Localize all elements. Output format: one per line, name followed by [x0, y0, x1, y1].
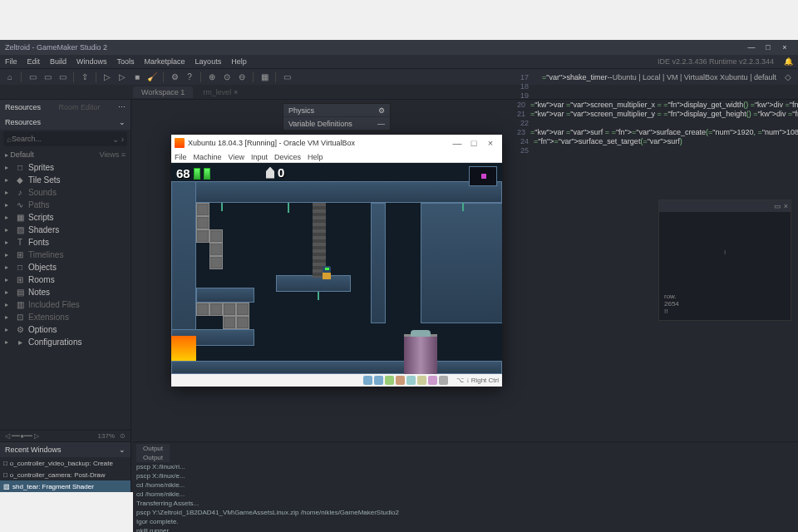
export-icon[interactable]: ⇪ — [78, 71, 91, 84]
zoom-out-icon[interactable]: ⊖ — [235, 71, 249, 84]
recent-collapse-icon[interactable]: ⌄ — [119, 446, 126, 454]
game-options-icon[interactable]: ⚙ — [168, 71, 181, 84]
menu-tools[interactable]: Tools — [112, 57, 140, 66]
tab-close-icon[interactable]: × — [234, 88, 238, 96]
tree-tile-sets[interactable]: ▸◆Tile Sets — [0, 174, 131, 186]
search-clear-icon[interactable]: ⌄ — [112, 135, 119, 144]
terminal-body[interactable]: I row. 2654 !! — [659, 212, 791, 259]
vm-menubar: File Machine View Input Devices Help — [171, 151, 502, 163]
tree-timelines[interactable]: ▸⊞Timelines — [0, 249, 131, 261]
physics-panel: Physics ⚙ Variable Definitions — — [283, 103, 391, 131]
recent-item[interactable]: □o_controller_video_backup: Create — [0, 457, 131, 469]
minimize-button[interactable]: — — [743, 43, 760, 52]
vm-minimize-button[interactable]: — — [449, 138, 466, 148]
menu-windows[interactable]: Windows — [71, 57, 112, 66]
vm-disc-icon — [374, 376, 383, 385]
tree-notes[interactable]: ▸▤Notes — [0, 286, 131, 298]
resources-header-top: Resources Room Editor ⋯ — [0, 100, 131, 115]
maximize-button[interactable]: □ — [760, 43, 776, 52]
gear-icon[interactable]: ⚙ — [378, 106, 385, 115]
vm-menu-devices[interactable]: Devices — [274, 153, 301, 161]
vm-menu-view[interactable]: View — [229, 153, 244, 161]
code-line[interactable]: 24="fn">="var">surface_set_target(="var"… — [517, 137, 791, 146]
tree-included-files[interactable]: ▸▥Included Files — [0, 298, 131, 311]
tree-sounds[interactable]: ▸♪Sounds — [0, 186, 131, 199]
tree-shaders[interactable]: ▸▨Shaders — [0, 224, 131, 236]
tab-rm-level[interactable]: rm_level × — [195, 86, 246, 98]
notification-icon[interactable]: 🔔 — [779, 57, 798, 66]
code-line[interactable]: 25 — [517, 146, 791, 155]
output-subtab[interactable]: Output — [136, 453, 170, 462]
tree-sprites[interactable]: ▸□Sprites — [0, 161, 131, 174]
tree-objects[interactable]: ▸□Objects — [0, 261, 131, 273]
recent-item[interactable]: ▨shd_tear: Fragment Shader — [0, 480, 131, 492]
tree-extensions[interactable]: ▸⊡Extensions — [0, 311, 131, 323]
tree-fonts[interactable]: ▸TFonts — [0, 236, 131, 249]
debug-icon[interactable]: ▷ — [116, 71, 129, 84]
search-input[interactable] — [12, 135, 112, 143]
laptop-icon[interactable]: ▭ — [280, 71, 293, 84]
stop-icon[interactable]: ■ — [131, 71, 144, 84]
menu-build[interactable]: Build — [45, 57, 71, 66]
clean-icon[interactable]: 🧹 — [145, 71, 159, 84]
code-editor[interactable]: 17 ="var">shake_timer--181920="kw">var =… — [517, 73, 791, 198]
vm-titlebar[interactable]: Xubuntu 18.04.3 [Running] - Oracle VM Vi… — [171, 135, 502, 151]
code-line[interactable]: 19 — [517, 91, 791, 101]
tree-paths[interactable]: ▸∿Paths — [0, 199, 131, 211]
default-row: ▸ Default Views ≡ — [0, 148, 131, 161]
menu-marketplace[interactable]: Marketplace — [140, 57, 190, 66]
panel-more-icon[interactable]: ⋯ — [118, 103, 126, 111]
help-icon[interactable]: ? — [183, 71, 196, 84]
zoom-in-icon[interactable]: ⊕ — [205, 71, 219, 84]
game-viewport[interactable]: 68 0 — [171, 163, 502, 374]
code-line[interactable]: 17 ="var">shake_timer-- — [517, 73, 791, 82]
new-icon[interactable]: ▭ — [26, 71, 39, 84]
left-panel: Resources Room Editor ⋯ Resources ⌄ ⌕ ⌄ … — [0, 100, 131, 492]
home-icon[interactable]: ⌂ — [3, 71, 17, 84]
zoom-row: ◁ ━━●━━ ▷ 137% ⊙ — [0, 430, 131, 441]
close-button[interactable]: × — [776, 43, 793, 52]
search-row[interactable]: ⌕ ⌄ › — [3, 131, 127, 146]
code-line[interactable]: 18 — [517, 82, 791, 91]
term-close-icon[interactable]: × — [784, 202, 788, 210]
tree-rooms[interactable]: ▸⊞Rooms — [0, 273, 131, 286]
vm-menu-help[interactable]: Help — [308, 153, 323, 161]
run-icon[interactable]: ▷ — [101, 71, 114, 84]
vm-menu-input[interactable]: Input — [251, 153, 268, 161]
menu-file[interactable]: File — [0, 57, 22, 66]
physics-header[interactable]: Physics ⚙ — [283, 104, 390, 117]
tree-configurations[interactable]: ▸▸Configurations — [0, 336, 131, 348]
menu-edit[interactable]: Edit — [22, 57, 46, 66]
tab-workspace1[interactable]: Workspace 1 — [133, 86, 193, 98]
vm-menu-file[interactable]: File — [175, 153, 187, 161]
code-line[interactable]: 20="kw">var ="var">screen_multiplier_x =… — [517, 101, 791, 110]
open-icon[interactable]: ▭ — [41, 71, 54, 84]
vm-menu-machine[interactable]: Machine — [194, 153, 222, 161]
vm-close-button[interactable]: × — [482, 138, 499, 148]
output-tab[interactable]: Output — [136, 444, 170, 453]
term-dock-icon[interactable]: ▭ — [774, 202, 781, 210]
code-line[interactable]: 23="kw">var ="var">surf = ="fn">="var">s… — [517, 128, 791, 137]
variable-definitions-button[interactable]: Variable Definitions — — [283, 117, 390, 131]
output-line: pscp X:/linux/e... — [136, 471, 795, 480]
output-text[interactable]: pscp X:/linux/ri...pscp X:/linux/e...cd … — [136, 462, 795, 532]
code-line[interactable]: 21="kw">var ="var">screen_multiplier_y =… — [517, 110, 791, 119]
collapse-icon[interactable]: ⌄ — [119, 118, 126, 126]
room-editor-tab[interactable]: Room Editor — [59, 103, 101, 111]
vm-title: Xubuntu 18.04.3 [Running] - Oracle VM Vi… — [188, 139, 449, 147]
menu-help[interactable]: Help — [226, 57, 252, 66]
zoom-reset2-icon[interactable]: ⊙ — [120, 432, 126, 440]
save-icon[interactable]: ▭ — [56, 71, 69, 84]
recent-item[interactable]: □o_controller_camera: Post-Draw — [0, 469, 131, 480]
zoom-reset-icon[interactable]: ⊙ — [220, 71, 234, 84]
docking-icon[interactable]: ▦ — [258, 71, 271, 84]
vm-hostkey: Right Ctrl — [471, 377, 499, 384]
search-expand-icon[interactable]: › — [121, 135, 124, 144]
resources-header: Resources ⌄ — [0, 115, 131, 130]
output-line: cd /home/nikle... — [136, 490, 795, 499]
tree-scripts[interactable]: ▸▦Scripts — [0, 211, 131, 224]
code-line[interactable]: 22 — [517, 119, 791, 128]
tree-options[interactable]: ▸⚙Options — [0, 323, 131, 336]
menu-layouts[interactable]: Layouts — [190, 57, 227, 66]
vm-maximize-button[interactable]: □ — [466, 138, 482, 148]
